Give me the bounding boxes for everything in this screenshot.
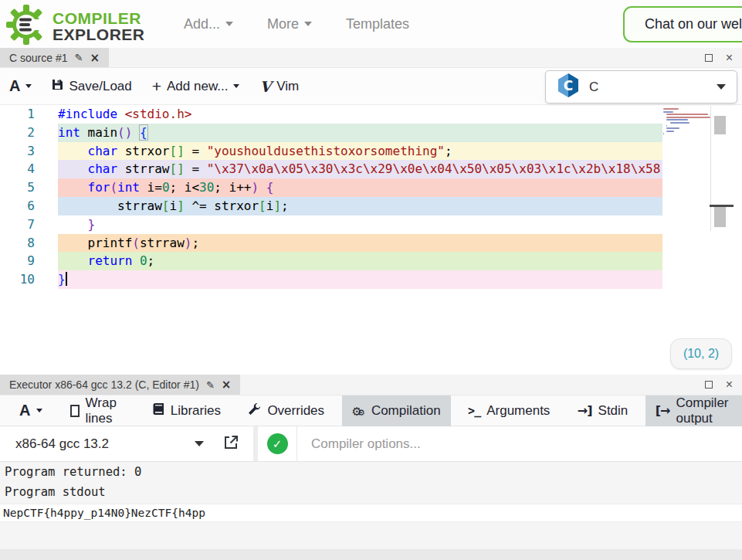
bottom-band bbox=[0, 549, 742, 560]
open-compiler-site-button[interactable] bbox=[208, 426, 253, 461]
top-navbar: COMPILER EXPLORER Add... More Templates … bbox=[0, 0, 742, 48]
program-returned-line: Program returned: 0 bbox=[0, 462, 742, 482]
stdin-button[interactable]: →] Stdin bbox=[568, 395, 638, 426]
compiler-explorer-app: COMPILER EXPLORER Add... More Templates … bbox=[0, 0, 742, 560]
external-link-icon bbox=[223, 434, 239, 453]
executor-toolbar: A Wrap lines Libraries Overrides ⚙⚙ Comp… bbox=[0, 395, 742, 426]
chevron-down-icon bbox=[25, 84, 32, 88]
close-pane-icon[interactable]: × bbox=[726, 54, 733, 62]
line-number: 10 bbox=[0, 270, 35, 289]
save-load-button[interactable]: Save/Load bbox=[52, 79, 131, 94]
code-line[interactable]: 6 strraw[i] ^= strxor[i]; bbox=[0, 197, 742, 216]
code-line[interactable]: 7 } bbox=[0, 216, 742, 234]
scrollbar-thumb[interactable] bbox=[714, 116, 726, 134]
code-line[interactable]: 9 return 0; bbox=[0, 252, 742, 270]
overrides-button[interactable]: Overrides bbox=[238, 395, 334, 426]
scrollbar-thumb[interactable] bbox=[714, 207, 726, 227]
brand-text: COMPILER EXPLORER bbox=[53, 10, 145, 42]
execution-output: Program returned: 0 Program stdout NepCT… bbox=[0, 462, 742, 560]
code-line[interactable]: 10} bbox=[0, 270, 742, 289]
scrollbar-track-border bbox=[710, 106, 711, 231]
line-number: 8 bbox=[0, 234, 35, 253]
compile-status: ✓ bbox=[258, 426, 296, 461]
brand-explorer: EXPLORER bbox=[53, 26, 145, 42]
code-line[interactable]: 5 for(int i=0; i<30; i++) { bbox=[0, 178, 742, 197]
add-new-button[interactable]: + Add new... bbox=[152, 77, 240, 96]
code-line[interactable]: 3 char strxor[] = "youshouldusethistoxor… bbox=[0, 142, 742, 161]
language-select[interactable]: C C bbox=[545, 70, 737, 104]
close-tab-icon[interactable]: × bbox=[90, 51, 100, 65]
compiler-output-toggle[interactable]: [→ Compiler output bbox=[645, 395, 742, 426]
vim-toggle-button[interactable]: V Vim bbox=[259, 78, 299, 95]
minimap[interactable] bbox=[663, 108, 710, 134]
code-line[interactable]: 1#include <stdio.h> bbox=[0, 105, 742, 124]
checkbox-icon bbox=[70, 405, 80, 417]
book-icon bbox=[152, 402, 164, 419]
chevron-down-icon bbox=[304, 22, 312, 26]
line-number: 7 bbox=[0, 216, 35, 234]
executor-tabstrip: Executor x86-64 gcc 13.2 (C, Editor #1) … bbox=[0, 375, 742, 395]
menu-add[interactable]: Add... bbox=[184, 16, 233, 32]
arrow-into-bracket-icon: →] bbox=[578, 403, 592, 418]
arguments-button[interactable]: >_ Arguments bbox=[458, 395, 560, 426]
libraries-button[interactable]: Libraries bbox=[142, 395, 231, 426]
font-icon: A bbox=[9, 77, 20, 95]
chevron-down-icon bbox=[36, 409, 42, 412]
cursor-position-badge: (10, 2) bbox=[670, 338, 732, 369]
maximize-pane-icon[interactable] bbox=[705, 54, 713, 62]
line-number: 9 bbox=[0, 252, 35, 270]
code-editor[interactable]: 1#include <stdio.h>2int main() {3 char s… bbox=[0, 105, 742, 375]
line-number: 2 bbox=[0, 124, 35, 142]
gear-logo-icon bbox=[6, 3, 46, 49]
main-menu: Add... More Templates bbox=[184, 0, 409, 48]
wrap-lines-checkbox[interactable]: Wrap lines bbox=[60, 395, 134, 426]
language-label: C bbox=[589, 80, 707, 95]
svg-text:C: C bbox=[564, 78, 573, 93]
compilation-toggle[interactable]: ⚙⚙ Compilation bbox=[342, 395, 451, 426]
font-icon: A bbox=[19, 402, 30, 419]
terminal-prompt-icon: >_ bbox=[468, 404, 480, 418]
code-line[interactable]: 4 char strraw[] = "\x37\x0a\x05\x30\x3c\… bbox=[0, 160, 742, 178]
chat-button[interactable]: Chat on our welc bbox=[623, 6, 742, 42]
close-pane-icon[interactable]: × bbox=[726, 381, 733, 389]
close-tab-icon[interactable]: × bbox=[222, 378, 232, 392]
c-language-icon: C bbox=[557, 73, 580, 101]
vim-icon: V bbox=[259, 78, 271, 95]
plus-icon: + bbox=[152, 77, 161, 96]
code-line[interactable]: 2int main() { bbox=[0, 124, 742, 142]
chevron-down-icon bbox=[233, 84, 239, 88]
compiler-select[interactable]: x86-64 gcc 13.2 bbox=[0, 426, 208, 461]
line-number: 3 bbox=[0, 142, 35, 161]
code-lines: 1#include <stdio.h>2int main() {3 char s… bbox=[0, 105, 742, 289]
menu-more[interactable]: More bbox=[267, 16, 312, 32]
rename-pencil-icon[interactable]: ✎ bbox=[206, 379, 215, 391]
compiler-options-input[interactable] bbox=[297, 426, 742, 461]
maximize-pane-icon[interactable] bbox=[705, 381, 713, 389]
tab-executor[interactable]: Executor x86-64 gcc 13.2 (C, Editor #1) … bbox=[0, 375, 240, 395]
code-line[interactable]: 8 printf(strraw); bbox=[0, 234, 742, 253]
wrench-icon bbox=[248, 402, 261, 419]
font-size-button[interactable]: A bbox=[9, 395, 53, 426]
line-number: 4 bbox=[0, 160, 35, 178]
line-number: 1 bbox=[0, 105, 35, 124]
rename-pencil-icon[interactable]: ✎ bbox=[74, 52, 83, 63]
gears-icon: ⚙⚙ bbox=[352, 403, 365, 419]
chevron-down-icon bbox=[225, 22, 233, 26]
line-number: 6 bbox=[0, 197, 35, 216]
menu-templates[interactable]: Templates bbox=[346, 16, 409, 32]
brand-compiler: COMPILER bbox=[53, 10, 145, 26]
brand-logo[interactable]: COMPILER EXPLORER bbox=[6, 3, 145, 49]
success-check-icon: ✓ bbox=[267, 433, 288, 454]
editor-tabstrip: C source #1 ✎ × × bbox=[0, 48, 742, 68]
arrow-out-of-bracket-icon: [→ bbox=[656, 403, 670, 418]
stdout-text[interactable]: NepCTF{h4ppy_p14N0}NezCTF{h4pp bbox=[0, 504, 742, 522]
chevron-down-icon bbox=[717, 84, 726, 90]
line-number: 5 bbox=[0, 178, 35, 197]
font-size-button[interactable]: A bbox=[9, 77, 32, 95]
floppy-icon bbox=[52, 79, 63, 94]
tab-c-source[interactable]: C source #1 ✎ × bbox=[0, 48, 109, 67]
compiler-row: x86-64 gcc 13.2 ✓ bbox=[0, 426, 742, 462]
text-cursor bbox=[66, 272, 67, 286]
chevron-down-icon bbox=[195, 441, 204, 446]
program-stdout-label: Program stdout bbox=[0, 482, 742, 502]
